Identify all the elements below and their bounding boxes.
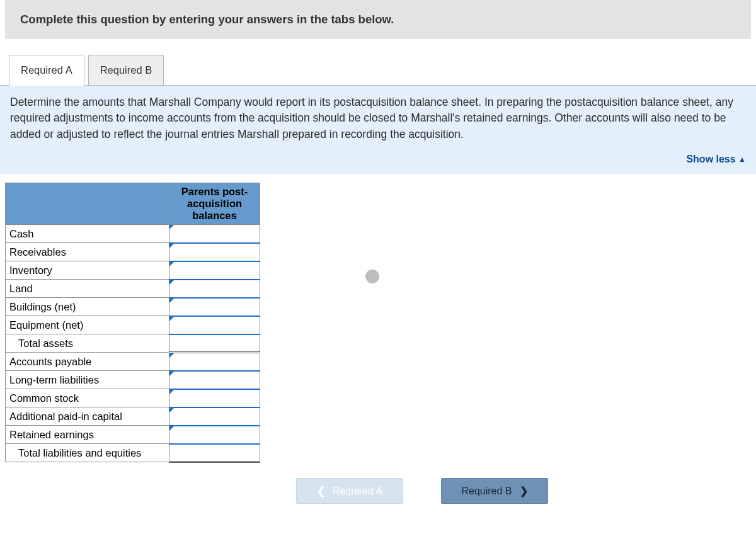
tab-required-a[interactable]: Required A	[9, 55, 84, 86]
column-header: Parents post- acquisition balances	[169, 183, 260, 225]
table-corner	[6, 183, 169, 225]
next-button[interactable]: Required B ❯	[441, 478, 548, 504]
instruction-bar: Complete this question by entering your …	[5, 0, 751, 39]
input-inventory[interactable]	[169, 261, 260, 280]
table-row: Receivables	[6, 243, 260, 261]
input-ltl[interactable]	[169, 371, 260, 389]
row-label-re: Retained earnings	[6, 426, 169, 444]
row-label-equipment: Equipment (net)	[6, 316, 169, 334]
show-less-label: Show less	[686, 154, 735, 164]
table-row: Long-term liabilities	[6, 371, 260, 389]
row-label-cash: Cash	[6, 225, 169, 243]
input-receivables[interactable]	[169, 243, 260, 261]
prompt-panel: Determine the amounts that Marshall Comp…	[0, 85, 756, 174]
table-row: Additional paid-in capital	[6, 407, 260, 426]
tab-b-label: Required B	[100, 64, 152, 76]
table-row: Inventory	[6, 261, 260, 280]
table-row: Buildings (net)	[6, 298, 260, 316]
chevron-left-icon: ❮	[317, 485, 325, 497]
nav-row: ❮ Required A Required B ❯	[0, 463, 756, 510]
prev-label: Required A	[333, 486, 382, 497]
caret-up-icon: ▲	[738, 155, 746, 164]
table-row: Total liabilities and equities	[6, 444, 260, 462]
table-row: Land	[6, 280, 260, 298]
cell-total-le	[169, 444, 260, 462]
input-cs[interactable]	[169, 389, 260, 407]
row-label-receivables: Receivables	[6, 243, 169, 261]
table-row: Retained earnings	[6, 426, 260, 444]
input-buildings[interactable]	[169, 298, 260, 316]
table-row: Common stock	[6, 389, 260, 407]
input-cash[interactable]	[169, 225, 260, 243]
row-label-land: Land	[6, 280, 169, 298]
tab-required-b[interactable]: Required B	[88, 55, 164, 86]
next-label: Required B	[461, 486, 512, 497]
input-ap[interactable]	[169, 353, 260, 371]
balance-sheet-table: Parents post- acquisition balances Cash …	[5, 183, 260, 463]
row-label-apic: Additional paid-in capital	[6, 407, 169, 426]
row-label-cs: Common stock	[6, 389, 169, 407]
cell-total-assets	[169, 334, 260, 353]
input-apic[interactable]	[169, 407, 260, 426]
instruction-text: Complete this question by entering your …	[20, 13, 394, 26]
row-label-buildings: Buildings (net)	[6, 298, 169, 316]
tab-a-label: Required A	[21, 64, 72, 76]
tabs: Required A Required B	[0, 54, 756, 85]
row-label-ap: Accounts payable	[6, 353, 169, 371]
input-equipment[interactable]	[169, 316, 260, 334]
table-row: Equipment (net)	[6, 316, 260, 334]
prev-button[interactable]: ❮ Required A	[296, 478, 403, 504]
row-label-total-assets: Total assets	[6, 334, 169, 353]
show-less-button[interactable]: Show less ▲	[686, 154, 746, 164]
row-label-inventory: Inventory	[6, 261, 169, 280]
chevron-right-icon: ❯	[520, 485, 528, 497]
table-row: Cash	[6, 225, 260, 243]
input-re[interactable]	[169, 426, 260, 444]
input-land[interactable]	[169, 280, 260, 298]
prompt-text: Determine the amounts that Marshall Comp…	[10, 94, 746, 142]
table-row: Accounts payable	[6, 353, 260, 371]
row-label-total-le: Total liabilities and equities	[6, 444, 169, 462]
row-label-ltl: Long-term liabilities	[6, 371, 169, 389]
table-row: Total assets	[6, 334, 260, 353]
